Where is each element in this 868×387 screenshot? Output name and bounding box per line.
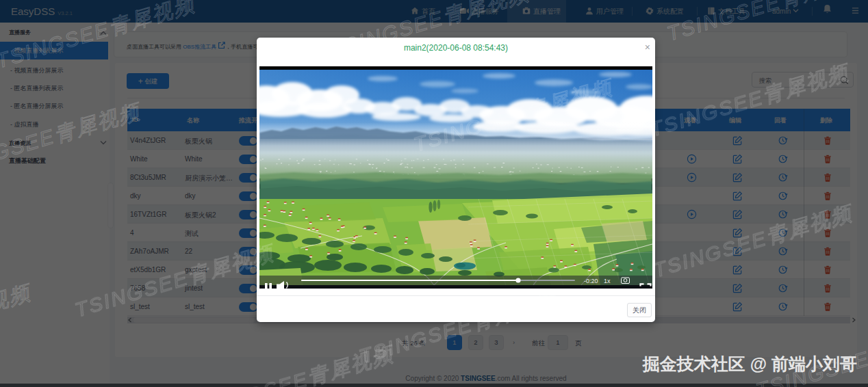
svg-text:1x: 1x [604, 278, 611, 284]
svg-text:-0:20: -0:20 [584, 278, 598, 284]
